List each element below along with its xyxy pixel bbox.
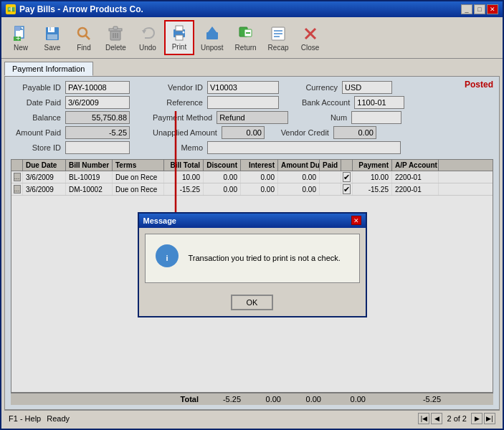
- modal-message: Transaction you tried to print is not a …: [189, 254, 341, 262]
- modal-overlay: Message ✕ i Transaction you tried to pri…: [5, 77, 499, 409]
- toolbar: + New Save Find Delete Undo: [1, 17, 503, 59]
- main-content: Payment Information Posted Payable ID Ve…: [1, 59, 503, 429]
- next-record-button[interactable]: ▶: [471, 413, 482, 424]
- title-bar-left: 💵 Pay Bills - Arrow Products Co.: [6, 4, 143, 14]
- svg-rect-20: [176, 35, 183, 40]
- prev-record-button[interactable]: ◀: [431, 413, 442, 424]
- close-button[interactable]: Close: [295, 22, 325, 55]
- recap-label: Recap: [268, 44, 289, 52]
- info-icon: i: [154, 243, 180, 274]
- status-left: F1 - Help Ready: [9, 414, 70, 423]
- maximize-button[interactable]: □: [474, 4, 485, 14]
- save-button[interactable]: Save: [37, 22, 67, 55]
- status-text: Ready: [47, 414, 70, 423]
- delete-icon: [107, 25, 124, 42]
- navigation-controls: |◀ ◀ 2 of 2 ▶ ▶|: [418, 413, 495, 424]
- unpost-button[interactable]: Unpost: [196, 22, 229, 55]
- svg-rect-22: [206, 32, 218, 39]
- svg-text:i: i: [166, 254, 168, 262]
- modal-body: i Transaction you tried to print is not …: [145, 234, 360, 283]
- undo-icon: [139, 25, 156, 42]
- close-label: Close: [301, 44, 320, 52]
- help-text: F1 - Help: [9, 414, 41, 423]
- modal-title: Message: [143, 216, 176, 225]
- last-record-button[interactable]: ▶|: [484, 413, 495, 424]
- modal-close-button[interactable]: ✕: [351, 216, 361, 225]
- recap-button[interactable]: Recap: [263, 22, 294, 55]
- find-button[interactable]: Find: [69, 22, 99, 55]
- modal-buttons: OK: [139, 289, 366, 316]
- svg-rect-6: [48, 27, 54, 32]
- close-icon: [302, 25, 319, 42]
- app-icon: 💵: [6, 4, 16, 14]
- svg-text:+: +: [16, 34, 20, 42]
- message-dialog: Message ✕ i Transaction you tried to pri…: [138, 212, 367, 317]
- unpost-label: Unpost: [201, 44, 224, 52]
- tab-payment-information[interactable]: Payment Information: [4, 62, 93, 76]
- title-controls: _ □ ✕: [461, 4, 498, 14]
- svg-rect-7: [49, 27, 51, 31]
- tabs: Payment Information: [4, 62, 500, 76]
- svg-marker-23: [208, 27, 217, 32]
- close-window-button[interactable]: ✕: [487, 4, 498, 14]
- print-button[interactable]: Print: [164, 20, 194, 55]
- status-bar: F1 - Help Ready |◀ ◀ 2 of 2 ▶ ▶|: [4, 410, 500, 426]
- save-icon: [44, 25, 61, 42]
- svg-line-10: [85, 35, 90, 39]
- svg-rect-13: [113, 27, 118, 29]
- new-label: New: [14, 44, 28, 52]
- svg-marker-17: [142, 30, 146, 34]
- new-icon: +: [12, 25, 29, 42]
- undo-button[interactable]: Undo: [133, 22, 163, 55]
- svg-rect-1: [15, 27, 20, 31]
- find-label: Find: [77, 44, 90, 52]
- ok-button[interactable]: OK: [231, 295, 274, 310]
- svg-rect-19: [176, 26, 183, 31]
- minimize-button[interactable]: _: [461, 4, 472, 14]
- print-icon: [171, 24, 188, 42]
- new-button[interactable]: + New: [6, 22, 36, 55]
- undo-label: Undo: [139, 44, 156, 52]
- window-title: Pay Bills - Arrow Products Co.: [19, 4, 143, 14]
- delete-button[interactable]: Delete: [100, 22, 131, 55]
- form-area: Posted Payable ID Vendor ID Currency Dat…: [4, 76, 500, 410]
- modal-title-bar: Message ✕: [139, 214, 366, 228]
- return-label: Return: [235, 44, 257, 52]
- print-label: Print: [172, 43, 187, 51]
- save-label: Save: [44, 44, 61, 52]
- main-window: 💵 Pay Bills - Arrow Products Co. _ □ ✕ +…: [0, 0, 504, 430]
- unpost-icon: [204, 25, 221, 42]
- return-icon: [237, 25, 255, 42]
- return-button[interactable]: Return: [230, 22, 262, 55]
- delete-label: Delete: [105, 44, 126, 52]
- title-bar: 💵 Pay Bills - Arrow Products Co. _ □ ✕: [1, 1, 503, 17]
- svg-rect-8: [47, 34, 57, 39]
- svg-point-21: [182, 32, 184, 34]
- find-icon: [75, 25, 92, 42]
- first-record-button[interactable]: |◀: [418, 413, 429, 424]
- page-info: 2 of 2: [447, 414, 467, 423]
- recap-icon: [270, 25, 287, 42]
